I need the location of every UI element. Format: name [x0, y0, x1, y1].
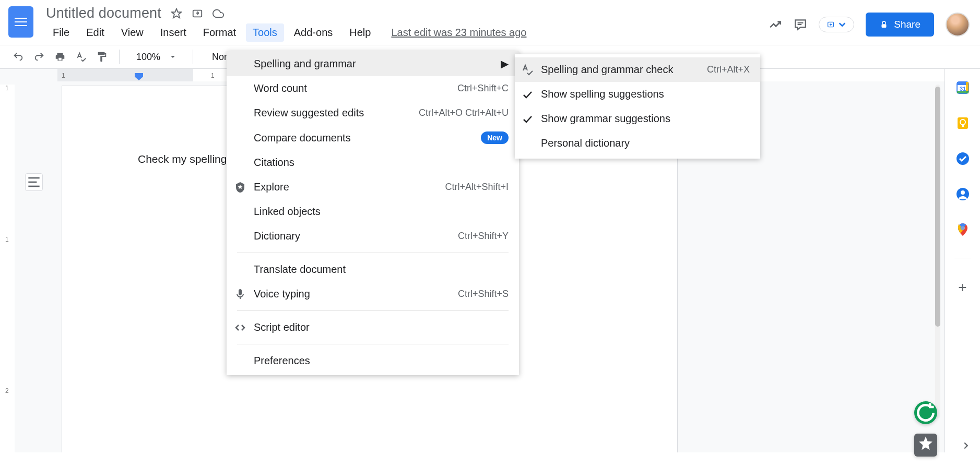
menu-item-label: Linked objects: [254, 206, 321, 218]
comments-icon[interactable]: [794, 18, 807, 31]
star-icon[interactable]: [171, 8, 182, 19]
vertical-ruler[interactable]: 1 1 2: [0, 85, 15, 452]
menu-item-spelling-grammar[interactable]: Spelling and grammar ▶: [227, 51, 519, 76]
grammarly-button[interactable]: [914, 401, 937, 424]
account-avatar[interactable]: [946, 13, 970, 37]
activity-icon[interactable]: [769, 18, 782, 31]
menu-item-label: Translate document: [254, 264, 346, 276]
menu-item-voice-typing[interactable]: Voice typing Ctrl+Shift+S: [227, 282, 519, 306]
menu-shortcut: Ctrl+Alt+O Ctrl+Alt+U: [419, 107, 509, 118]
paint-format-icon[interactable]: [96, 51, 108, 63]
document-content[interactable]: Check my spelling: [138, 153, 227, 165]
menu-addons[interactable]: Add-ons: [287, 23, 340, 42]
submenu-item-show-grammar[interactable]: Show grammar suggestions: [515, 106, 760, 131]
menu-item-label: Preferences: [254, 355, 310, 367]
ruler-h-tick: 1: [211, 72, 215, 79]
vertical-scrollbar[interactable]: [935, 85, 940, 418]
redo-icon[interactable]: [33, 51, 45, 63]
floating-buttons: [914, 401, 937, 457]
menu-format[interactable]: Format: [196, 23, 243, 42]
mic-icon: [234, 288, 246, 301]
menu-shortcut: Ctrl+Alt+Shift+I: [445, 182, 509, 193]
menu-view[interactable]: View: [114, 23, 150, 42]
new-badge: New: [481, 131, 509, 144]
keep-icon[interactable]: [955, 116, 970, 130]
menu-divider: [237, 253, 509, 253]
cloud-status-icon[interactable]: [212, 8, 224, 19]
contacts-icon[interactable]: [955, 187, 970, 201]
menu-item-review-suggested[interactable]: Review suggested edits Ctrl+Alt+O Ctrl+A…: [227, 101, 519, 125]
maps-icon[interactable]: [955, 222, 970, 237]
tasks-icon[interactable]: [955, 151, 970, 166]
caret-down-icon: [838, 20, 846, 29]
menu-item-word-count[interactable]: Word count Ctrl+Shift+C: [227, 76, 519, 101]
present-button[interactable]: [819, 17, 854, 32]
menu-divider: [237, 344, 509, 344]
zoom-value: 100%: [136, 52, 160, 63]
menu-file[interactable]: File: [46, 23, 76, 42]
code-icon: [234, 321, 246, 334]
menu-item-label: Citations: [254, 157, 294, 169]
menu-tools[interactable]: Tools: [246, 23, 284, 42]
calendar-icon[interactable]: 31: [955, 80, 970, 95]
menu-shortcut: Ctrl+Shift+S: [458, 289, 509, 300]
submenu-shortcut: Ctrl+Alt+X: [707, 64, 750, 75]
menu-item-script-editor[interactable]: Script editor: [227, 315, 519, 340]
submenu-item-spelling-check[interactable]: Spelling and grammar check Ctrl+Alt+X: [515, 57, 760, 82]
check-icon: [521, 113, 534, 125]
menu-item-label: Script editor: [254, 321, 310, 333]
undo-icon[interactable]: [13, 51, 24, 63]
submenu-item-label: Show spelling suggestions: [541, 88, 664, 100]
header-right: Share: [769, 4, 972, 37]
hide-side-panel-icon[interactable]: [960, 440, 972, 454]
menu-edit[interactable]: Edit: [79, 23, 111, 42]
add-addon-button[interactable]: +: [958, 279, 966, 296]
print-icon[interactable]: [54, 51, 66, 63]
submenu-item-label: Personal dictionary: [541, 137, 630, 149]
menubar: File Edit View Insert Format Tools Add-o…: [46, 23, 769, 42]
lock-icon: [879, 20, 889, 29]
svg-rect-5: [882, 24, 887, 28]
menu-item-translate[interactable]: Translate document: [227, 257, 519, 282]
submenu-item-personal-dictionary[interactable]: Personal dictionary: [515, 131, 760, 155]
menu-item-preferences[interactable]: Preferences: [227, 349, 519, 373]
spellcheck-icon: [521, 64, 534, 76]
indent-marker-icon[interactable]: [135, 73, 143, 82]
spelling-submenu: Spelling and grammar check Ctrl+Alt+X Sh…: [515, 54, 760, 159]
header-main: Untitled document File Edit View Insert …: [46, 4, 769, 42]
share-button[interactable]: Share: [866, 13, 934, 37]
menu-help[interactable]: Help: [343, 23, 377, 42]
menu-divider: [237, 310, 509, 311]
menu-shortcut: Ctrl+Shift+Y: [458, 231, 509, 242]
menu-item-citations[interactable]: Citations: [227, 150, 519, 175]
scrollbar-thumb[interactable]: [935, 87, 940, 327]
zoom-select[interactable]: 100%: [131, 52, 181, 63]
spellcheck-toolbar-icon[interactable]: [75, 51, 87, 63]
menu-item-compare-documents[interactable]: Compare documents New: [227, 125, 519, 150]
check-icon: [521, 88, 534, 101]
svg-marker-0: [172, 8, 181, 17]
explore-floating-button[interactable]: [914, 434, 937, 457]
share-label: Share: [894, 19, 920, 30]
move-icon[interactable]: [192, 8, 203, 19]
last-edit-link[interactable]: Last edit was 23 minutes ago: [391, 23, 526, 42]
menu-item-label: Compare documents: [254, 132, 351, 144]
side-panel: 31 +: [944, 69, 980, 452]
submenu-arrow-icon: ▶: [501, 57, 509, 70]
header: Untitled document File Edit View Insert …: [0, 0, 980, 42]
menu-item-linked-objects[interactable]: Linked objects: [227, 199, 519, 224]
document-title[interactable]: Untitled document: [46, 5, 161, 21]
svg-rect-17: [962, 125, 964, 127]
svg-point-22: [961, 226, 964, 230]
menu-item-label: Review suggested edits: [254, 107, 364, 119]
docs-logo-icon[interactable]: [8, 6, 33, 38]
submenu-item-show-spelling[interactable]: Show spelling suggestions: [515, 82, 760, 106]
menu-item-label: Explore: [254, 181, 289, 193]
menu-item-label: Spelling and grammar: [254, 58, 356, 70]
menu-item-dictionary[interactable]: Dictionary Ctrl+Shift+Y: [227, 224, 519, 248]
menu-insert[interactable]: Insert: [154, 23, 193, 42]
ruler-v-tick: 1: [5, 85, 9, 92]
show-outline-button[interactable]: [25, 173, 43, 191]
menu-item-explore[interactable]: Explore Ctrl+Alt+Shift+I: [227, 175, 519, 199]
menu-shortcut: Ctrl+Shift+C: [457, 83, 509, 94]
